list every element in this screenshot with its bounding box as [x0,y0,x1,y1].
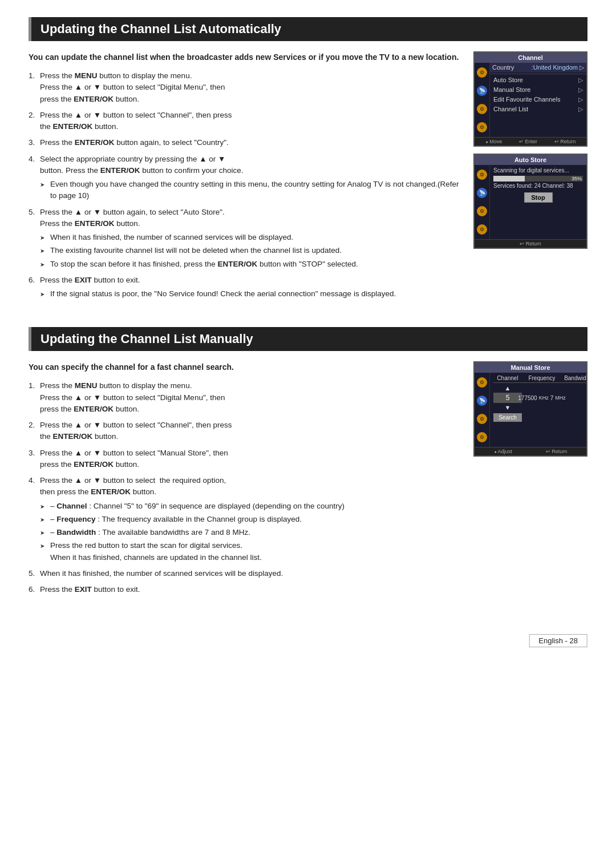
side-nav-icons: ⚙ 📡 ⚙ ⚙ [475,63,490,137]
sub-item: To stop the scan before it has finished,… [40,259,462,270]
screen2-content: Scanning for digital services... 35% Ser… [490,165,586,239]
section1-heading: Updating the Channel List Automatically [29,17,587,41]
sub-item: When it has finished, the number of scan… [40,232,462,243]
nav-icon-12: ⚙ [477,432,487,442]
section1-steps: 1. Press the MENU button to display the … [29,70,462,300]
auto-store-screen: Auto Store ⚙ 📡 ⚙ ⚙ Scanning for digital … [473,154,587,249]
step-2-3: 3. Press the ▲ or ▼ button to select "Ma… [29,447,462,471]
nav-icon-2: 📡 [477,86,487,96]
down-arrows: ▼ [493,404,587,411]
sub-item: If the signal status is poor, the "No Se… [40,288,462,300]
nav-icon-8: ⚙ [477,224,487,235]
step-2-5: 5. When it has finished, the number of s… [29,568,462,579]
section2-steps: 1. Press the MENU button to display the … [29,380,462,595]
side-nav-icons-3: ⚙ 📡 ⚙ ⚙ [475,373,490,447]
progress-bar: 35% [493,176,583,182]
nav-icon-4: ⚙ [477,122,487,132]
step-2-1: 1. Press the MENU button to display the … [29,380,462,415]
screen3-footer: ⬥ Adjust ↩ Return [475,447,586,455]
manual-store-screen: Manual Store ⚙ 📡 ⚙ ⚙ Channel Frequency B… [473,361,587,457]
section2-intro: You can specify the channel for a fast c… [29,361,462,373]
section1-screenshots: Channel ⚙ 📡 ⚙ ⚙ Country :United Kingdom … [473,51,587,249]
step-2-4-sub: – Channel : Channel "5" to "69" in seque… [40,501,462,563]
section-auto-update: Updating the Channel List Automatically … [29,17,587,304]
side-nav-icons-2: ⚙ 📡 ⚙ ⚙ [475,165,490,239]
step-2-2: 2. Press the ▲ or ▼ button to select "Ch… [29,420,462,443]
sub-item: Even though you have changed the country… [40,179,462,202]
nav-icon-5: ⚙ [477,170,487,180]
country-row: Country :United Kingdom ▷ [490,63,586,72]
section2-heading: Updating the Channel List Manually [29,327,587,351]
menu-edit-fav: Edit Favourite Channels ▷ [490,95,586,104]
services-found: Services found: 24 Channel: 38 [493,183,583,189]
screen1-content: Country :United Kingdom ▷ Auto Store ▷ M… [490,63,586,137]
nav-icon-6: 📡 [477,188,487,198]
menu-auto-store: Auto Store ▷ [490,75,586,85]
value-row: 5 177500 KHz 7 MHz [493,393,587,403]
sub-item: – Frequency : The frequency available in… [40,514,462,525]
step-1-5-sub: When it has finished, the number of scan… [40,232,462,270]
sub-item: The existing favourite channel list will… [40,245,462,256]
screen3-title: Manual Store [475,362,586,373]
nav-icon-11: ⚙ [477,414,487,424]
screen1-footer: ⬥ Move ↵ Enter ↩ Return [475,137,586,146]
screen1-title: Channel [475,53,586,63]
scanning-text: Scanning for digital services... [493,167,583,174]
step-1-2: 2. Press the ▲ or ▼ button to select "Ch… [29,110,462,133]
stop-button[interactable]: Stop [524,192,553,203]
menu-manual-store: Manual Store ▷ [490,85,586,95]
step-1-6-sub: If the signal status is poor, the "No Se… [40,288,462,300]
step-1-3: 3. Press the ENTER/OK button again, to s… [29,137,462,148]
nav-icon-10: 📡 [477,396,487,406]
channel-menu-screen: Channel ⚙ 📡 ⚙ ⚙ Country :United Kingdom … [473,51,587,147]
section2-screenshots: Manual Store ⚙ 📡 ⚙ ⚙ Channel Frequency B… [473,361,587,457]
nav-icon-3: ⚙ [477,104,487,114]
progress-percent: 35% [572,176,582,182]
step-1-5: 5. Press the ▲ or ▼ button again, to sel… [29,207,462,270]
step-1-4: 4. Select the appropriate country by pre… [29,154,462,202]
sub-item: – Channel : Channel "5" to "69" in seque… [40,501,462,512]
search-button[interactable]: Search [493,413,522,422]
step-1-4-sub: Even though you have changed the country… [40,179,462,202]
step-2-4: 4. Press the ▲ or ▼ button to select the… [29,475,462,563]
page-footer: English - 28 [29,623,587,647]
section-manual-update: Updating the Channel List Manually You c… [29,327,587,600]
up-arrows: ▲ [493,385,587,392]
menu-channel-list: Channel List ▷ [490,104,586,114]
step-1-6: 6. Press the EXIT button to exit. If the… [29,275,462,300]
nav-icon-1: ⚙ [477,67,487,78]
nav-icon-7: ⚙ [477,206,487,216]
section1-content: You can update the channel list when the… [29,51,462,304]
page-number: English - 28 [529,634,587,647]
screen3-content: Channel Frequency Bandwidth ▲ 5 [490,373,587,447]
screen2-title: Auto Store [475,155,586,165]
screen2-footer: ↩ Return [475,239,586,248]
nav-icon-9: ⚙ [477,377,487,388]
sub-item: – Bandwidth : The available bandwidths a… [40,527,462,538]
manual-store-headers: Channel Frequency Bandwidth [493,375,587,383]
section1-intro: You can update the channel list when the… [29,51,462,63]
step-1-1: 1. Press the MENU button to display the … [29,70,462,105]
step-2-6: 6. Press the EXIT button to exit. [29,584,462,595]
progress-fill [493,176,525,182]
sub-item: Press the red button to start the scan f… [40,540,462,563]
section2-content: You can specify the channel for a fast c… [29,361,462,600]
